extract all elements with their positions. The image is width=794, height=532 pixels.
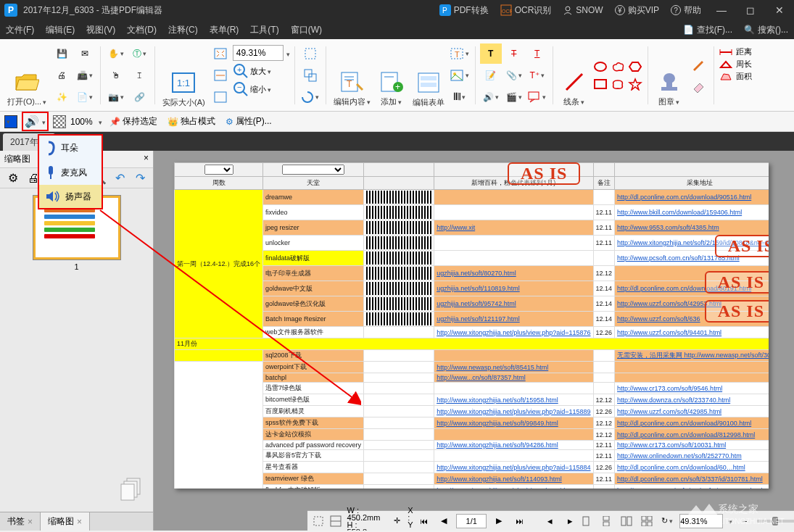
bookmarks-tab[interactable]: 书签×: [0, 512, 41, 531]
attach-button[interactable]: 📎: [503, 65, 525, 86]
video-button[interactable]: 🎬: [503, 87, 525, 107]
zoom-slider[interactable]: [757, 520, 794, 523]
status-cursor-button[interactable]: ✛: [390, 513, 403, 529]
sound-type-button[interactable]: 🔊: [25, 115, 39, 128]
thumb-rotate-left[interactable]: ↶: [111, 170, 128, 187]
callout-button[interactable]: [526, 87, 548, 107]
header-dropdown-1[interactable]: [204, 165, 233, 175]
new-button[interactable]: ✨: [51, 87, 73, 107]
menu-edit[interactable]: 编辑(E): [40, 21, 80, 39]
sound-option-speaker[interactable]: 扬声器: [39, 185, 102, 208]
prev-page-button[interactable]: ◀: [436, 513, 452, 529]
hand-tool-button[interactable]: ✋: [105, 43, 127, 64]
status-zoom-input[interactable]: [679, 514, 723, 528]
menu-form[interactable]: 表单(R): [204, 21, 245, 39]
header-dropdown-2[interactable]: [282, 165, 344, 175]
help-button[interactable]: ? 帮助: [665, 0, 707, 20]
note-button[interactable]: 📝: [480, 65, 502, 86]
zoom-out-status-button[interactable]: −: [737, 513, 753, 529]
fit-height-button[interactable]: [210, 87, 231, 107]
minimize-button[interactable]: —: [707, 0, 736, 20]
fill-color-swatch[interactable]: [4, 115, 17, 128]
stamp-button[interactable]: 图章: [653, 42, 686, 109]
status-layout-button[interactable]: [329, 513, 342, 529]
snapshot-button[interactable]: 📷: [105, 87, 127, 107]
edit-content-button[interactable]: T 编辑内容: [331, 42, 373, 109]
user-button[interactable]: SNOW: [557, 0, 608, 20]
scan-button[interactable]: 📠: [74, 65, 96, 86]
page-copies-icon[interactable]: [120, 477, 144, 504]
nav-back-button[interactable]: ◄: [542, 513, 558, 529]
page-input[interactable]: [456, 514, 487, 528]
sound-option-mic[interactable]: 麦克风: [39, 160, 102, 185]
sound-type-dropdown[interactable]: [41, 117, 46, 127]
close-button[interactable]: ✕: [765, 0, 794, 20]
zoom-out-button[interactable]: −缩小: [233, 81, 290, 97]
print-button[interactable]: 🖨: [51, 65, 73, 86]
text-select-button[interactable]: Ⓣ: [128, 43, 150, 64]
shape-cloud[interactable]: [610, 59, 626, 75]
keep-selected-toggle[interactable]: 📌保持选定: [107, 114, 160, 129]
buy-vip-button[interactable]: ¥ 购买VIP: [609, 0, 665, 20]
shape-star[interactable]: [627, 76, 643, 92]
pencil-button[interactable]: [687, 54, 709, 75]
ibeam-button[interactable]: 𝙸: [128, 65, 150, 86]
side-panel-close[interactable]: ×: [144, 153, 149, 165]
menu-view[interactable]: 视图(V): [80, 21, 121, 39]
resize-button[interactable]: [299, 65, 321, 86]
fit-width-button[interactable]: [210, 65, 231, 86]
actual-size-button[interactable]: 1:1 实际大小(A): [160, 42, 208, 109]
blank-button[interactable]: 📄: [74, 87, 96, 107]
view-facing-button[interactable]: [619, 513, 634, 529]
view-facing-cont-button[interactable]: [639, 513, 655, 529]
menu-window[interactable]: 窗口(W): [285, 21, 328, 39]
status-zoom-dropdown[interactable]: [727, 517, 732, 525]
maximize-button[interactable]: ◻: [736, 0, 765, 20]
exclusive-mode-toggle[interactable]: 👑独占模式: [165, 114, 218, 129]
area-button[interactable]: 面积: [719, 71, 752, 82]
perimeter-button[interactable]: 周长: [719, 59, 752, 70]
document-viewer[interactable]: AS IS AS IS AS IS AS IS 周数天堂新增百科，粉色代表移到1…: [154, 151, 794, 531]
link-button[interactable]: 🔗: [128, 87, 150, 107]
thumb-options-button[interactable]: ⚙: [4, 170, 22, 187]
underline-button[interactable]: T: [526, 43, 548, 64]
rotate-view-button[interactable]: ↻: [659, 513, 675, 529]
opacity-dropdown[interactable]: [97, 117, 102, 127]
menu-document[interactable]: 文档(D): [121, 21, 162, 39]
crop-button[interactable]: [299, 43, 321, 64]
sound-button[interactable]: 🔊: [480, 87, 502, 107]
pattern-swatch[interactable]: [53, 115, 66, 128]
menu-comment[interactable]: 注释(C): [162, 21, 204, 39]
barcode-button[interactable]: 𝄃𝄃𝄂: [449, 87, 471, 107]
search-button[interactable]: 🔍搜索()...: [738, 21, 794, 39]
view-single-button[interactable]: [578, 513, 594, 529]
ocr-button[interactable]: OCR OCR识别: [495, 0, 558, 20]
thumbnails-tab[interactable]: 缩略图×: [41, 512, 90, 531]
last-page-button[interactable]: ⏭: [511, 513, 527, 529]
view-continuous-button[interactable]: [598, 513, 614, 529]
zoom-dropdown[interactable]: [285, 46, 290, 59]
shape-ellipse[interactable]: [592, 59, 608, 75]
shape-hexagon[interactable]: [627, 59, 643, 75]
zoom-input[interactable]: [233, 45, 284, 61]
edit-form-button[interactable]: 编辑表单: [410, 42, 447, 109]
open-button[interactable]: 打开(O)...: [4, 42, 49, 109]
thumb-rotate-right[interactable]: ↷: [131, 170, 149, 187]
properties-button[interactable]: ⚙属性(P)...: [223, 114, 275, 129]
menu-tools[interactable]: 工具(T): [244, 21, 284, 39]
rotate-button[interactable]: [299, 87, 321, 107]
eraser-button[interactable]: [687, 76, 709, 96]
save-button[interactable]: 💾: [51, 43, 73, 64]
image-button[interactable]: [449, 65, 471, 86]
text-comment-button[interactable]: T⁺: [526, 65, 548, 86]
next-page-button[interactable]: ▶: [491, 513, 507, 529]
lines-button[interactable]: 线条: [558, 42, 591, 109]
strike-button[interactable]: T: [503, 43, 525, 64]
select-tool-button[interactable]: 🖱: [105, 65, 127, 86]
status-crop-button[interactable]: [312, 513, 325, 529]
distance-button[interactable]: 距离: [719, 46, 752, 57]
zoom-in-button[interactable]: +放大: [233, 63, 290, 79]
find-button[interactable]: 📄查找(F)...: [677, 21, 738, 39]
shape-rect[interactable]: [592, 76, 608, 92]
shape-blob[interactable]: [610, 76, 626, 92]
